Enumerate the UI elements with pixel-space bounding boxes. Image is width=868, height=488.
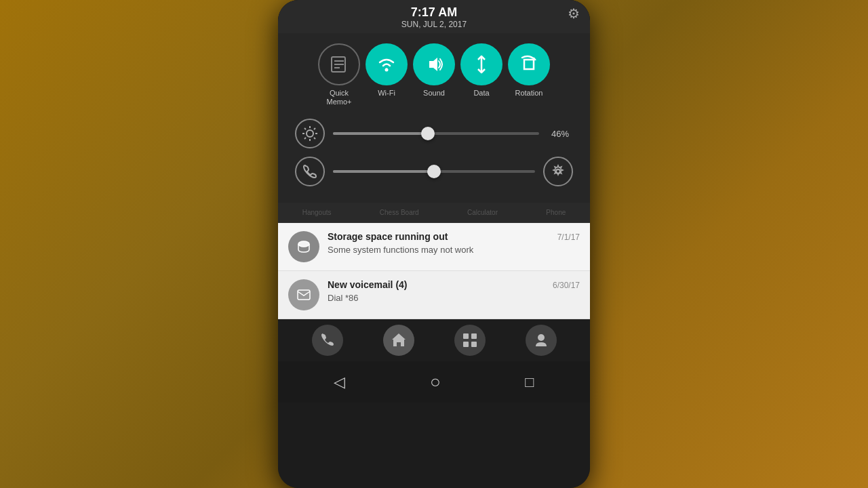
date-display: SUN, JUL 2, 2017 [292,20,576,29]
nav-recent-button[interactable]: □ [515,370,544,394]
app-bar-phone[interactable] [312,325,343,356]
app-hint-4: Phone [546,209,566,216]
rotation-item: Rotation [508,43,550,106]
svg-point-7 [307,130,313,137]
svg-marker-5 [429,58,437,71]
voicemail-notif-content: New voicemail (4) 6/30/17 Dial *86 [328,279,580,304]
storage-notif-icon [288,231,319,262]
wifi-icon[interactable] [366,43,408,85]
volume-slider-row [285,152,583,190]
brightness-icon[interactable] [295,119,325,148]
nav-home-button[interactable]: ○ [420,368,451,396]
quick-settings-panel: QuickMemo+ Wi-Fi [278,33,590,203]
sound-item: Sound [413,43,455,106]
svg-line-12 [304,128,306,129]
rotation-label: Rotation [515,89,543,98]
volume-fill [333,170,434,173]
svg-rect-21 [471,333,477,339]
sound-label: Sound [423,89,445,98]
nav-bar: ◁ ○ □ [278,361,590,403]
sound-icon[interactable] [413,43,455,85]
brightness-slider-row: 46% [285,115,583,152]
app-bar-contacts[interactable] [526,325,557,356]
app-hint-2: Chess Board [380,209,419,216]
svg-rect-22 [463,342,469,347]
voicemail-notif-header: New voicemail (4) 6/30/17 [328,279,580,290]
app-bar-grid[interactable] [454,325,486,356]
voicemail-notification[interactable]: New voicemail (4) 6/30/17 Dial *86 [278,271,590,319]
svg-point-24 [538,334,545,341]
brightness-fill [333,132,428,135]
svg-rect-19 [298,290,310,300]
volume-thumb [427,165,441,178]
status-bar: 7:17 AM SUN, JUL 2, 2017 ⚙ [278,0,590,33]
svg-line-14 [314,128,315,129]
phone-device: 7:17 AM SUN, JUL 2, 2017 ⚙ [278,0,590,488]
storage-notif-header: Storage space running out 7/1/17 [328,231,580,242]
storage-notif-title: Storage space running out [328,231,448,242]
rotation-icon[interactable] [508,43,550,85]
quick-memo-label: QuickMemo+ [327,89,352,106]
storage-notif-date: 7/1/17 [557,232,580,242]
data-item: Data [460,43,502,106]
volume-track[interactable] [333,170,535,173]
nav-back-button[interactable]: ◁ [323,370,355,394]
svg-line-13 [314,138,315,139]
svg-point-4 [385,68,389,72]
quick-icons-row: QuickMemo+ Wi-Fi [285,43,583,106]
app-hint-1: Hangouts [302,209,332,216]
app-bar-home[interactable] [383,325,414,356]
svg-rect-20 [463,333,469,339]
notifications-area: Storage space running out 7/1/17 Some sy… [278,223,590,319]
app-bar [278,319,590,361]
data-icon[interactable] [460,43,502,85]
brightness-thumb [421,127,435,140]
wifi-item: Wi-Fi [366,43,408,106]
app-grid-hint: Hangouts Chess Board Calculator Phone [278,203,590,223]
voicemail-notif-title: New voicemail (4) [328,279,408,290]
svg-rect-23 [471,342,477,347]
volume-call-icon[interactable] [295,157,325,186]
voicemail-notif-date: 6/30/17 [553,281,580,290]
quick-memo-icon[interactable] [318,43,360,85]
brightness-track[interactable] [333,132,539,135]
storage-notif-body: Some system functions may not work [328,244,580,256]
app-hint-3: Calculator [467,209,498,216]
storage-notification[interactable]: Storage space running out 7/1/17 Some sy… [278,223,590,271]
brightness-percent: 46% [547,129,573,139]
storage-notif-content: Storage space running out 7/1/17 Some sy… [328,231,580,256]
volume-settings-icon[interactable] [543,157,573,186]
quick-memo-item: QuickMemo+ [318,43,360,106]
phone-screen: 7:17 AM SUN, JUL 2, 2017 ⚙ [278,0,590,488]
wifi-label: Wi-Fi [378,89,395,98]
data-label: Data [473,89,489,98]
voicemail-notif-body: Dial *86 [328,292,580,304]
time-display: 7:17 AM [292,5,576,20]
settings-icon-top[interactable]: ⚙ [568,5,580,22]
svg-line-15 [304,138,306,139]
voicemail-notif-icon [288,279,319,310]
